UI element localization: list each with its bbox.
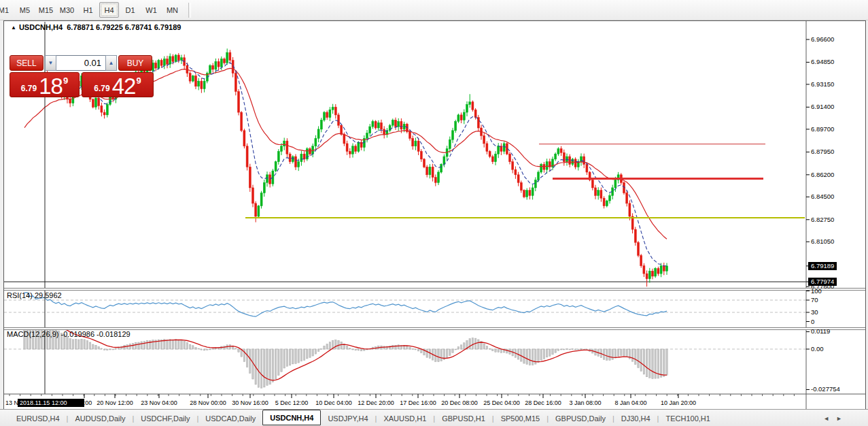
chart-ohlc: 6.78871 6.79225 6.78741 6.79189: [67, 23, 181, 31]
time-axis-label: 10 Jan 20:00: [661, 399, 696, 406]
lot-decrease-button[interactable]: ▼: [45, 55, 56, 71]
time-axis-label: 30 Nov 16:00: [232, 399, 268, 406]
bid-quote-button[interactable]: 6.79189: [10, 72, 80, 97]
sell-button[interactable]: SELL: [10, 55, 44, 71]
time-axis-label: 25 Dec 04:00: [483, 399, 520, 406]
timeframe-button-h4[interactable]: H4: [99, 2, 119, 18]
symbol-marker-icon: ▲: [11, 24, 16, 31]
rsi-line: [24, 293, 667, 316]
tab-usdjpy-h4[interactable]: USDJPY,H4: [321, 412, 375, 425]
time-axis-label: 23 Nov 04:00: [141, 399, 177, 406]
macd-axis-label: 0.0119: [811, 327, 830, 335]
price-axis-label: 6.96600: [811, 35, 834, 43]
timeframe-button-w1[interactable]: W1: [141, 2, 161, 18]
macd-axis-label: -0.027754: [811, 385, 840, 393]
timeframe-button-m30[interactable]: M30: [57, 2, 77, 18]
buy-button[interactable]: BUY: [118, 55, 152, 71]
tab-audusd-daily[interactable]: AUDUSD,Daily: [68, 412, 132, 425]
tab-scroll-arrows[interactable]: ◄►: [823, 415, 849, 422]
tab-gbpusd-daily[interactable]: GBPUSD,Daily: [549, 412, 612, 425]
chart-title: ▲USDCNH,H4 6.78871 6.79225 6.78741 6.791…: [11, 23, 181, 31]
pane-splitter-macd[interactable]: [4, 327, 865, 330]
macd-axis-label: 0.00: [811, 345, 824, 353]
price-axis-label: 6.89700: [811, 125, 834, 133]
time-axis-label: 17 Dec 16:00: [400, 399, 436, 406]
arrow-up-icon: ▲: [109, 60, 114, 66]
price-axis-label: 6.87950: [811, 148, 834, 155]
ask-prefix: 6.79: [94, 84, 109, 93]
time-axis-label: 12 Dec 20:00: [358, 399, 394, 406]
timeframe-button-m15[interactable]: M15: [36, 2, 56, 18]
rsi-axis-label: 0: [811, 318, 814, 325]
price-tag: 6.79189: [808, 262, 837, 270]
price-axis-label: 6.84500: [811, 193, 834, 200]
rsi-axis-label: 100: [811, 287, 822, 295]
timeframe-button-m1[interactable]: M1: [0, 2, 14, 18]
ask-quote-button[interactable]: 6.79429: [82, 72, 154, 97]
rsi-axis-label: 30: [811, 308, 818, 316]
bid-point: 9: [63, 76, 68, 86]
terminal-window: M1M5M15M30H1H4D1W1MN ▲USDCNH,H4 6.78871 …: [0, 0, 868, 426]
time-axis-label: 20 Dec 08:00: [441, 399, 478, 406]
price-axis-label: 6.94850: [811, 58, 834, 65]
crosshair-time-tag: 2018.11.15 12:00: [18, 399, 84, 407]
tab-dj30-h4[interactable]: DJ30,H4: [614, 412, 657, 425]
toolbar-separator: [188, 3, 191, 18]
tab-tech100-h1[interactable]: TECH100,H1: [659, 412, 716, 425]
time-axis-label: 28 Nov 00:00: [190, 399, 226, 406]
bid-prefix: 6.79: [21, 84, 37, 93]
tab-usdcad-daily[interactable]: USDCAD,Daily: [198, 412, 262, 425]
ask-point: 9: [136, 76, 141, 86]
ask-pips: 42: [112, 77, 136, 95]
time-axis-label: 10 Dec 04:00: [315, 399, 352, 406]
lot-size-input[interactable]: [56, 55, 105, 71]
price-axis-label: 6.93150: [811, 80, 834, 88]
timeframe-button-mn[interactable]: MN: [162, 2, 182, 18]
bid-pips: 18: [39, 77, 63, 95]
chart-symbol: USDCNH,H4: [19, 23, 63, 31]
tab-sp500-m15[interactable]: SP500,M15: [494, 412, 546, 425]
tab-usdcnh-h4[interactable]: USDCNH,H4: [262, 410, 321, 425]
timeframe-toolbar: M1M5M15M30H1H4D1W1MN: [0, 0, 868, 20]
chart-frame[interactable]: ▲USDCNH,H4 6.78871 6.79225 6.78741 6.791…: [3, 20, 866, 410]
timeframe-button-m5[interactable]: M5: [15, 2, 35, 18]
chart-tab-bar: EURUSD,H4|AUDUSD,Daily|USDCHF,Daily|USDC…: [0, 409, 868, 426]
one-click-trade-widget: SELL ▼ ▲ BUY 6.79189 6.79429: [10, 55, 158, 97]
pane-splitter-rsi[interactable]: [4, 288, 865, 291]
tab-eurusd-h4[interactable]: EURUSD,H4: [10, 412, 67, 425]
tab-xauusd-h1[interactable]: XAUUSD,H1: [377, 412, 433, 425]
timeframe-button-d1[interactable]: D1: [120, 2, 140, 18]
time-axis-label: 20 Nov 12:00: [97, 399, 133, 406]
price-tag: 6.77974: [808, 278, 837, 286]
rsi-label: RSI(14) 29.5962: [7, 291, 62, 299]
lot-increase-button[interactable]: ▲: [105, 55, 117, 71]
macd-label: MACD(12,26,9) -0.019986 -0.018129: [7, 330, 131, 338]
time-axis-label: 5 Dec 12:00: [275, 399, 309, 406]
rsi-axis-label: 70: [811, 296, 818, 304]
price-axis-label: 6.91400: [811, 103, 834, 110]
price-axis-label: 6.81050: [811, 237, 834, 245]
time-axis-label: 8 Jan 04:00: [614, 399, 646, 406]
time-axis-label: 28 Dec 16:00: [525, 399, 561, 406]
tab-usdchf-daily[interactable]: USDCHF,Daily: [134, 412, 196, 425]
time-axis-label: 3 Jan 08:00: [569, 399, 601, 406]
timeframe-button-h1[interactable]: H1: [78, 2, 98, 18]
price-axis-label: 6.82750: [811, 216, 834, 223]
arrow-down-icon: ▼: [48, 60, 54, 66]
tab-gbpusd-h1[interactable]: GBPUSD,H1: [435, 412, 492, 425]
price-axis-label: 6.86200: [811, 171, 834, 178]
